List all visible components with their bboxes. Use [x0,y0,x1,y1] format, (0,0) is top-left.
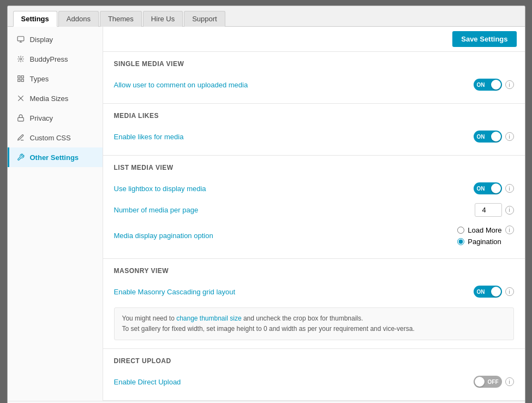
section-title-list-media: LIST MEDIA VIEW [114,164,514,171]
setting-label-comments: Allow user to comment on uploaded media [114,81,248,89]
buddypress-icon [16,54,26,64]
sidebar-item-label: Privacy [30,114,53,122]
info-icon-load-more[interactable]: i [505,226,514,234]
toggle-direct-upload[interactable]: OFF [474,376,502,388]
masonry-info-box: You might need to change thumbnail size … [114,307,514,340]
toggle-label-comments: ON [477,82,485,88]
svg-rect-4 [17,76,20,78]
sidebar-item-label: BuddyPress [30,55,68,63]
section-title-direct-upload: DIRECT UPLOAD [114,357,514,365]
setting-label-pagination: Media display pagination option [114,232,213,240]
info-icon-direct-upload[interactable]: i [505,377,514,386]
toggle-comments[interactable]: ON [474,79,502,91]
section-masonry-view: MASONRY VIEW Enable Masonry Cascading gr… [103,259,525,349]
setting-control-pagination: Load More i Pagination [457,226,513,246]
radio-load-more-label: Load More [468,226,501,234]
info-icon-comments[interactable]: i [505,80,514,89]
radio-pagination-label: Pagination [468,238,501,246]
setting-control-masonry: ON i [474,286,514,298]
sidebar-item-label: Display [30,35,53,44]
info-icon-per-page[interactable]: i [505,206,514,215]
radio-load-more-input[interactable] [457,227,464,234]
setting-control-per-page: i [475,203,514,217]
section-title-single-media: SINGLE MEDIA VIEW [114,60,514,68]
toggle-knob-likes [491,132,501,141]
sidebar-item-display[interactable]: Display [8,29,103,49]
content-area: Save Settings SINGLE MEDIA VIEW Allow us… [103,27,525,401]
toggle-label-lightbox: ON [477,186,485,192]
sidebar-item-label: Media Sizes [30,94,69,103]
setting-row-likes: Enable likes for media ON i [114,126,514,147]
tabs-bar: Settings Addons Themes Hire Us Support [8,6,525,27]
other-settings-icon [16,152,26,162]
setting-row-direct-upload: Enable Direct Upload OFF i [114,371,514,392]
sidebar-item-custom-css[interactable]: Custom CSS [8,128,103,147]
toggle-label-likes: ON [477,134,485,140]
sidebar-item-buddypress[interactable]: BuddyPress [8,49,103,69]
section-media-likes: MEDIA LIKES Enable likes for media ON i [103,104,525,156]
toggle-label-direct-upload: OFF [488,379,499,385]
sidebar-item-label: Custom CSS [30,134,71,142]
toggle-knob-masonry [491,287,501,297]
custom-css-icon [16,133,26,143]
svg-point-3 [20,58,22,60]
info-icon-likes[interactable]: i [505,132,514,141]
section-direct-upload: DIRECT UPLOAD Enable Direct Upload OFF i [103,349,525,401]
sidebar-item-privacy[interactable]: Privacy [8,108,103,128]
sidebar-item-label: Other Settings [30,153,79,162]
masonry-link[interactable]: Masonry [138,288,165,296]
setting-row-per-page: Number of media per page i [114,199,514,221]
setting-label-masonry: Enable Masonry Cascading grid layout [114,288,236,296]
sidebar-item-types[interactable]: Types [8,69,103,88]
save-settings-top-button[interactable]: Save Settings [452,31,516,47]
toggle-likes[interactable]: ON [474,131,502,143]
toggle-knob-direct-upload [475,377,485,387]
setting-control-comments: ON i [474,79,514,91]
footer-bar: 🐦 𝗳 Save Settings [8,401,525,403]
sidebar-item-media-sizes[interactable]: Media Sizes [8,88,103,108]
tab-settings[interactable]: Settings [13,11,57,27]
svg-rect-5 [21,76,23,78]
setting-row-pagination: Media display pagination option Load Mor… [114,221,514,250]
toggle-lightbox[interactable]: ON [474,182,502,194]
per-page-input[interactable] [475,203,502,217]
setting-row-lightbox: Use lightbox to display media ON i [114,178,514,199]
toggle-masonry[interactable]: ON [474,286,502,298]
sidebar-item-other-settings[interactable]: Other Settings [8,147,103,167]
info-box-line2: To set gallery for fixed width, set imag… [122,324,506,334]
radio-pagination[interactable]: Pagination [457,238,513,246]
section-title-media-likes: MEDIA LIKES [114,112,514,120]
svg-rect-10 [17,117,23,121]
top-actions: Save Settings [103,27,525,52]
setting-label-lightbox: Use lightbox to display media [114,185,206,193]
tab-hire-us[interactable]: Hire Us [143,11,183,27]
privacy-icon [16,113,26,123]
tab-addons[interactable]: Addons [58,11,99,27]
sidebar: Display BuddyPress Types Media Sizes [8,27,103,401]
setting-control-direct-upload: OFF i [474,376,514,388]
tab-themes[interactable]: Themes [100,11,142,27]
info-box-line1: You might need to change thumbnail size … [122,313,506,324]
section-single-media-view: SINGLE MEDIA VIEW Allow user to comment … [103,52,525,104]
setting-control-likes: ON i [474,131,514,143]
tab-support[interactable]: Support [184,11,225,27]
radio-pagination-input[interactable] [457,238,464,245]
toggle-label-masonry: ON [477,289,485,295]
radio-load-more[interactable]: Load More i [457,226,513,234]
setting-label-direct-upload: Enable Direct Upload [114,378,181,386]
svg-rect-0 [17,37,24,41]
info-icon-masonry[interactable]: i [505,287,514,296]
thumbnail-size-link[interactable]: change thumbnail size [176,315,241,322]
info-icon-lightbox[interactable]: i [505,184,514,193]
section-list-media-view: LIST MEDIA VIEW Use lightbox to display … [103,156,525,259]
radio-group-pagination: Load More i Pagination [457,226,513,246]
media-sizes-icon [16,93,26,103]
display-icon [16,34,26,44]
sidebar-item-label: Types [30,75,49,83]
setting-row-masonry: Enable Masonry Cascading grid layout ON … [114,281,514,302]
toggle-knob-comments [491,80,501,90]
svg-rect-6 [17,79,20,81]
main-content: Display BuddyPress Types Media Sizes [8,27,525,401]
setting-row-comments: Allow user to comment on uploaded media … [114,74,514,95]
setting-label-per-page: Number of media per page [114,206,199,214]
